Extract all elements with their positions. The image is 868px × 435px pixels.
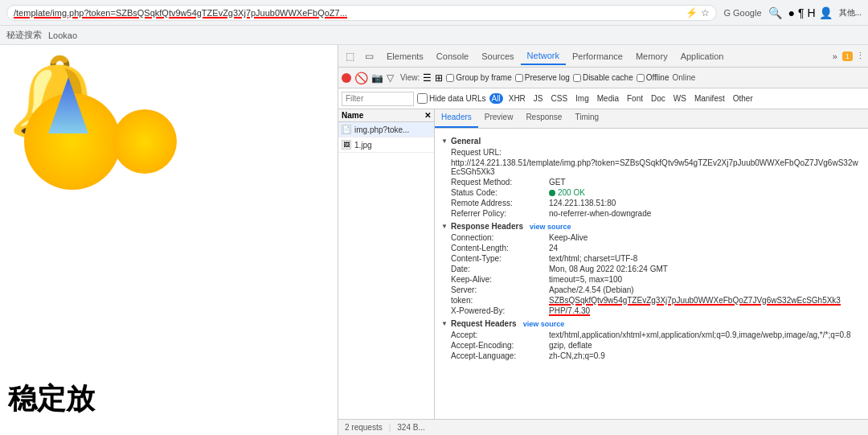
filter-font[interactable]: Font — [624, 93, 645, 104]
filter-icon[interactable]: ▽ — [387, 72, 394, 84]
browser-bar: /template/img.php?token=SZBsQSqkfQtv9w54… — [0, 0, 868, 26]
response-headers-section-title: ▼ Response Headers view source — [441, 222, 862, 231]
server-key: Server: — [451, 285, 547, 294]
page-content: 🔔 稳定放 — [0, 45, 338, 435]
warning-badge: 1 — [842, 51, 853, 61]
search-icon: 🔍 — [768, 6, 782, 19]
inspect-icon[interactable]: ⬚ — [342, 48, 358, 64]
status-code-key: Status Code: — [451, 188, 547, 197]
filter-img[interactable]: Img — [573, 93, 592, 104]
filter-doc[interactable]: Doc — [649, 93, 668, 104]
tab-application[interactable]: Application — [674, 48, 731, 64]
hide-data-urls-label[interactable]: Hide data URLs — [417, 93, 486, 104]
hide-data-checkbox[interactable] — [417, 93, 428, 104]
filter-input[interactable] — [342, 92, 414, 106]
accept-language-value: zh-CN,zh;q=0.9 — [549, 351, 605, 360]
screenshot-icon[interactable]: 📷 — [371, 72, 383, 84]
preserve-log-label[interactable]: Preserve log — [515, 73, 570, 82]
referrer-policy-key: Referrer Policy: — [451, 209, 547, 218]
filter-ws[interactable]: WS — [671, 93, 689, 104]
status-green-dot — [549, 190, 555, 196]
ext-icon-1: ● — [788, 6, 795, 19]
record-button[interactable] — [342, 73, 351, 83]
accept-encoding-key: Accept-Encoding: — [451, 341, 547, 350]
name-column-header: Name — [342, 111, 363, 120]
list-view-icon[interactable]: ☰ — [423, 72, 432, 84]
filter-other[interactable]: Other — [731, 93, 755, 104]
offline-label[interactable]: Offline — [637, 73, 669, 82]
filter-media[interactable]: Media — [595, 93, 621, 104]
request-headers-triangle: ▼ — [441, 320, 448, 327]
file-name-0: img.php?toke... — [354, 125, 409, 134]
detail-panel: Headers Preview Response Timing ▼ Genera… — [435, 109, 868, 419]
referrer-policy-row: Referrer Policy: no-referrer-when-downgr… — [441, 208, 862, 219]
devtools-menu-icon[interactable]: ⋮ — [856, 51, 865, 61]
request-url-value: http://124.221.138.51/template/img.php?t… — [451, 158, 862, 176]
remote-address-key: Remote Address: — [451, 199, 547, 207]
connection-row: Connection: Keep-Alive — [441, 232, 862, 243]
tab-elements[interactable]: Elements — [380, 48, 430, 64]
detail-tab-timing[interactable]: Timing — [568, 109, 605, 128]
url-bar[interactable]: /template/img.php?token=SZBsQSqkfQtv9w54… — [6, 5, 717, 21]
group-by-frame-label[interactable]: Group by frame — [446, 73, 511, 82]
file-item-0[interactable]: 📄 img.php?toke... — [338, 122, 434, 137]
tab-memory[interactable]: Memory — [629, 48, 674, 64]
grid-view-icon[interactable]: ⊞ — [435, 72, 443, 84]
preserve-log-checkbox[interactable] — [515, 74, 523, 82]
content-type-value: text/html; charset=UTF-8 — [549, 254, 637, 263]
file-icon-1: 🖼 — [342, 140, 351, 150]
connection-value: Keep-Alive — [549, 233, 588, 242]
filter-manifest[interactable]: Manifest — [692, 93, 727, 104]
file-item-1[interactable]: 🖼 1.jpg — [338, 137, 434, 153]
request-url-row: Request URL: http://124.221.138.51/templ… — [441, 147, 862, 177]
request-url-key: Request URL: — [451, 148, 547, 157]
response-headers-view-source[interactable]: view source — [530, 223, 571, 231]
content-length-row: Content-Length: 24 — [441, 243, 862, 253]
ext-icon-4: 👤 — [819, 6, 833, 19]
request-method-key: Request Method: — [451, 178, 547, 187]
detail-tab-headers[interactable]: Headers — [435, 109, 478, 128]
file-name-1: 1.jpg — [354, 141, 372, 150]
device-icon[interactable]: ▭ — [361, 48, 377, 64]
requests-count: 2 requests — [345, 423, 383, 432]
clear-button[interactable]: 🚫 — [354, 72, 368, 84]
lookao-bookmark[interactable]: Lookao — [48, 31, 77, 40]
tab-performance[interactable]: Performance — [566, 48, 629, 64]
filter-xhr[interactable]: XHR — [506, 93, 528, 104]
date-value: Mon, 08 Aug 2022 02:16:24 GMT — [549, 265, 668, 273]
keep-alive-value: timeout=5, max=100 — [549, 275, 622, 284]
close-file-list-icon[interactable]: ✕ — [424, 111, 431, 120]
file-icon-0: 📄 — [342, 125, 351, 134]
server-value: Apache/2.4.54 (Debian) — [549, 285, 634, 294]
keep-alive-key: Keep-Alive: — [451, 275, 547, 284]
search-bookmark[interactable]: 秘迹搜索 — [6, 29, 42, 41]
general-section-title: ▼ General — [441, 137, 862, 146]
more-tabs-icon[interactable]: » — [829, 48, 841, 64]
request-headers-view-source[interactable]: view source — [523, 320, 565, 328]
tab-sources[interactable]: Sources — [475, 48, 520, 64]
group-by-frame-checkbox[interactable] — [446, 74, 454, 82]
accept-language-key: Accept-Language: — [451, 351, 547, 360]
tab-network[interactable]: Network — [521, 47, 566, 65]
url-text: /template/img.php?token=SZBsQSqkfQtv9w54… — [14, 8, 686, 18]
filter-js[interactable]: JS — [531, 93, 546, 104]
detail-tab-response[interactable]: Response — [519, 109, 568, 128]
file-list: Name ✕ 📄 img.php?toke... 🖼 1.jpg — [338, 109, 435, 419]
view-label: View: — [400, 73, 420, 82]
request-method-value: GET — [549, 178, 566, 187]
lightning-icon: ⚡ — [686, 7, 698, 18]
status-code-value: 200 OK — [558, 188, 585, 197]
x-powered-value: PHP/7.4.30 — [549, 306, 590, 315]
offline-checkbox[interactable] — [637, 74, 645, 82]
disable-cache-checkbox[interactable] — [573, 74, 581, 82]
filter-css[interactable]: CSS — [549, 93, 571, 104]
small-gold-circle — [113, 109, 177, 174]
detail-tab-preview[interactable]: Preview — [478, 109, 520, 128]
status-code-row: Status Code: 200 OK — [441, 187, 862, 198]
tab-console[interactable]: Console — [430, 48, 475, 64]
bookmarks-bar: 秘迹搜索 Lookao — [0, 26, 868, 45]
filter-all[interactable]: All — [489, 93, 503, 104]
disable-cache-label[interactable]: Disable cache — [573, 73, 633, 82]
date-row: Date: Mon, 08 Aug 2022 02:16:24 GMT — [441, 264, 862, 274]
server-row: Server: Apache/2.4.54 (Debian) — [441, 285, 862, 295]
